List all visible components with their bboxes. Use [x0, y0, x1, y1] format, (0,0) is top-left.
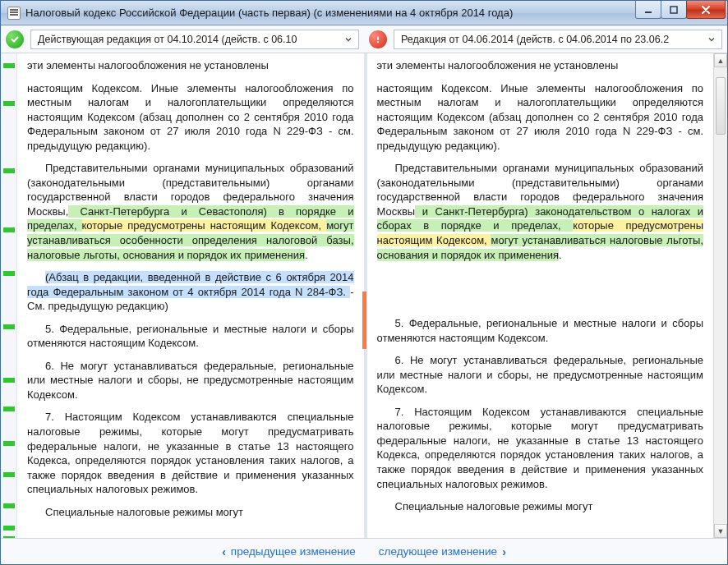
- text-paragraph: Специальные налоговые режимы могут: [377, 499, 704, 514]
- svg-rect-1: [670, 7, 677, 13]
- chevron-left-icon: ‹: [222, 545, 226, 558]
- close-button[interactable]: [686, 1, 726, 19]
- gutter-mark[interactable]: [3, 324, 15, 329]
- window-controls: [636, 1, 726, 19]
- status-ok-icon: [6, 30, 24, 48]
- right-version-cell: Редакция от 04.06.2014 (действ. с 04.06.…: [364, 30, 727, 49]
- change-indicator: [362, 292, 366, 349]
- diff-content: эти элементы налогообложения не установл…: [1, 53, 727, 538]
- version-selector-row: Действующая редакция от 04.10.2014 (дейс…: [1, 25, 727, 53]
- text-paragraph: 6. Не могут устанавливаться федеральные,…: [27, 359, 354, 402]
- prev-change-link[interactable]: ‹ предыдущее изменение: [222, 545, 356, 558]
- text-paragraph: 5. Федеральные, региональные и местные н…: [27, 322, 354, 351]
- svg-rect-3: [377, 41, 379, 43]
- svg-rect-0: [645, 11, 652, 13]
- titlebar: Налоговый кодекс Российской Федерации (ч…: [1, 1, 727, 25]
- scroll-up-button[interactable]: ▲: [714, 53, 727, 67]
- vertical-scrollbar[interactable]: ▲ ▼: [713, 53, 727, 538]
- text-paragraph: 7. Настоящим Кодексом устанавливаются сп…: [377, 405, 704, 491]
- diff-gutter[interactable]: [1, 53, 17, 538]
- text-paragraph: 6. Не могут устанавливаться федеральные,…: [377, 353, 704, 397]
- diff-changed: которые предусмотрены настоящим Кодексом…: [82, 219, 327, 232]
- text-span: .: [305, 249, 308, 261]
- left-version-text: Действующая редакция от 04.10.2014 (дейс…: [38, 34, 342, 45]
- text-line: эти элементы налогообложения не установл…: [377, 58, 704, 73]
- nav-label: следующее изменение: [379, 545, 497, 558]
- gutter-mark[interactable]: [3, 63, 15, 68]
- text-paragraph: 5. Федеральные, региональные и местные н…: [377, 316, 704, 345]
- status-warn-icon: [369, 30, 387, 48]
- right-pane[interactable]: эти элементы налогообложения не установл…: [367, 53, 714, 538]
- text-paragraph: Представительными органами муниципальных…: [27, 161, 354, 262]
- chevron-down-icon: [705, 35, 718, 44]
- next-change-link[interactable]: следующее изменение ›: [379, 545, 506, 558]
- gutter-mark[interactable]: [3, 407, 15, 411]
- svg-rect-2: [377, 36, 379, 40]
- maximize-button[interactable]: [661, 1, 687, 19]
- diff-new-block: (Абзац в редакции, введенной в действие …: [27, 271, 354, 298]
- gutter-mark[interactable]: [3, 536, 15, 538]
- left-version-cell: Действующая редакция от 04.10.2014 (дейс…: [1, 30, 364, 49]
- window-title: Налоговый кодекс Российской Федерации (ч…: [25, 7, 636, 19]
- text-paragraph: Специальные налоговые режимы могут: [27, 505, 354, 520]
- spacer-paragraph: [377, 270, 704, 308]
- left-version-dropdown[interactable]: Действующая редакция от 04.10.2014 (дейс…: [30, 30, 359, 49]
- footer-nav: ‹ предыдущее изменение следующее изменен…: [1, 538, 727, 564]
- nav-label: предыдущее изменение: [231, 545, 356, 558]
- text-paragraph: 7. Настоящим Кодексом устанавливаются сп…: [27, 410, 354, 496]
- text-paragraph: настоящим Кодексом. Иные элементы налого…: [27, 81, 354, 154]
- chevron-down-icon: [342, 35, 355, 44]
- scroll-thumb[interactable]: [716, 77, 726, 135]
- gutter-mark[interactable]: [3, 271, 15, 276]
- text-span: .: [559, 249, 562, 261]
- gutter-mark[interactable]: [3, 526, 15, 531]
- gutter-mark[interactable]: [3, 472, 15, 477]
- right-version-text: Редакция от 04.06.2014 (действ. с 04.06.…: [401, 34, 705, 45]
- gutter-mark[interactable]: [3, 441, 15, 446]
- text-paragraph: Представительными органами муниципальных…: [377, 161, 704, 262]
- app-icon: [7, 7, 21, 20]
- text-paragraph: настоящим Кодексом. Иные элементы налого…: [377, 81, 704, 154]
- gutter-mark[interactable]: [3, 503, 15, 508]
- gutter-mark[interactable]: [3, 378, 15, 383]
- left-pane[interactable]: эти элементы налогообложения не установл…: [17, 53, 364, 538]
- minimize-button[interactable]: [635, 1, 661, 19]
- scroll-down-button[interactable]: ▼: [714, 524, 727, 538]
- gutter-mark[interactable]: [3, 101, 15, 106]
- main-window: Налоговый кодекс Российской Федерации (ч…: [0, 0, 728, 565]
- text-paragraph: (Абзац в редакции, введенной в действие …: [27, 270, 354, 314]
- text-line: эти элементы налогообложения не установл…: [27, 58, 354, 73]
- right-version-dropdown[interactable]: Редакция от 04.06.2014 (действ. с 04.06.…: [394, 30, 722, 49]
- chevron-right-icon: ›: [502, 545, 506, 558]
- scroll-track[interactable]: [714, 67, 727, 524]
- gutter-mark[interactable]: [3, 168, 15, 173]
- gutter-mark[interactable]: [3, 227, 15, 232]
